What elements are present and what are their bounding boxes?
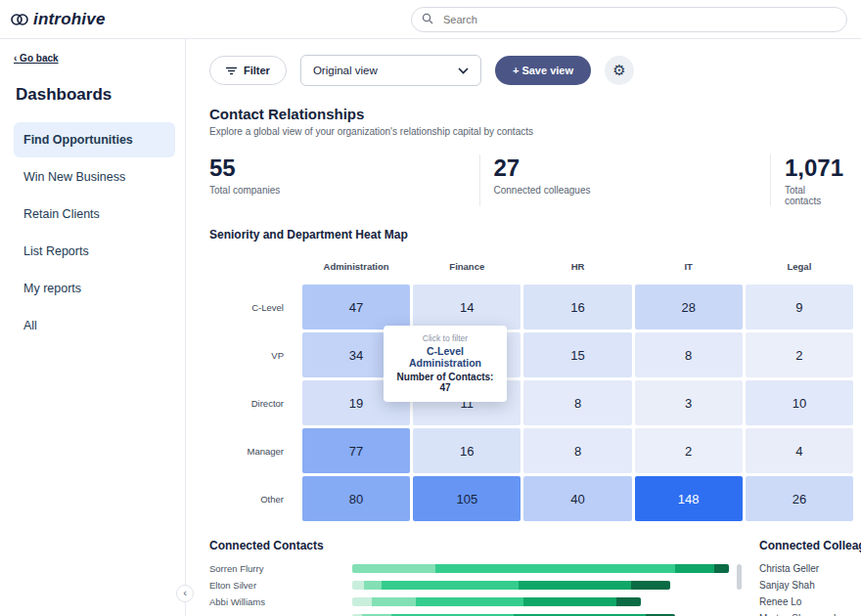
heatmap-cell-other-administration[interactable]: 80 (302, 476, 410, 521)
bar-segment (352, 564, 435, 573)
sidebar-item-win-new-business[interactable]: Win New Business (14, 159, 175, 195)
heatmap-cell-director-hr[interactable]: 8 (523, 380, 631, 425)
tooltip-hint: Click to filter (391, 333, 499, 343)
contact-name[interactable]: Abbi Williams (209, 596, 352, 607)
heatmap-row-label-manager: Manager (209, 428, 299, 473)
colleague-name-renee-lo[interactable]: Renee Lo (759, 594, 853, 610)
bar-segment (435, 564, 675, 573)
heatmap-column-it: IT (635, 253, 743, 282)
contact-row-sorren-flurry: Sorren Flurry (209, 560, 746, 577)
heatmap-cell-manager-finance[interactable]: 16 (413, 428, 521, 473)
bottom-section: Connected Contacts Sorren FlurryElton Si… (209, 539, 853, 616)
sidebar-item-my-reports[interactable]: My reports (14, 271, 175, 306)
connected-contacts-list: Sorren FlurryElton SilverAbbi WilliamsAm… (209, 560, 746, 616)
sidebar-item-find-opportunities[interactable]: Find Opportunities (14, 122, 175, 157)
heatmap-cell-manager-legal[interactable]: 4 (746, 428, 853, 473)
connected-colleagues-panel: Connected Colleagues Christa GellerSanja… (759, 539, 853, 616)
connected-contacts-panel: Connected Contacts Sorren FlurryElton Si… (209, 539, 746, 616)
bar-segment (372, 597, 416, 606)
stat-total-companies: 55 Total companies (209, 154, 479, 206)
contact-bar[interactable] (352, 564, 729, 573)
heatmap-cell-director-legal[interactable]: 10 (746, 380, 853, 425)
heatmap-cell-vp-it[interactable]: 8 (635, 332, 743, 377)
stat-label: Total companies (209, 185, 470, 196)
heatmap-cell-c-level-administration[interactable]: 47 (302, 285, 410, 330)
bar-segment (523, 597, 616, 606)
tooltip-department: Administration (391, 357, 499, 369)
heatmap-grid: AdministrationFinanceHRITLegalC-Level471… (209, 253, 853, 521)
heatmap-cell-c-level-it[interactable]: 28 (635, 285, 743, 330)
heatmap-corner (209, 253, 299, 282)
contact-row-elton-silver: Elton Silver (209, 577, 746, 594)
colleague-name-christa-geller[interactable]: Christa Geller (759, 560, 853, 577)
heatmap-row-label-other: Other (209, 476, 299, 521)
heatmap-cell-other-legal[interactable]: 26 (746, 476, 853, 521)
tooltip-seniority: C-Level (391, 345, 499, 357)
heatmap-cell-vp-legal[interactable]: 2 (746, 332, 853, 377)
bar-segment (631, 581, 670, 590)
sidebar-collapse-button[interactable]: ‹ (176, 585, 194, 602)
colleague-name-sanjay-shah[interactable]: Sanjay Shah (759, 577, 853, 594)
contact-name[interactable]: Sorren Flurry (209, 563, 352, 574)
heatmap: AdministrationFinanceHRITLegalC-Level471… (209, 253, 853, 521)
heatmap-column-finance: Finance (413, 253, 521, 282)
sidebar-item-list-reports[interactable]: List Reports (14, 234, 175, 269)
stat-label: Connected colleagues (494, 185, 760, 196)
heatmap-cell-other-hr[interactable]: 40 (523, 476, 631, 521)
heatmap-cell-other-it[interactable]: 148 (635, 476, 743, 521)
contact-row-abbi-williams: Abbi Williams (209, 594, 746, 610)
bar-segment (675, 564, 714, 573)
bar-segment (519, 581, 631, 590)
contact-bar[interactable] (352, 597, 641, 606)
stat-label: Total contacts (785, 185, 843, 206)
heatmap-cell-c-level-legal[interactable]: 9 (746, 285, 853, 330)
heatmap-title: Seniority and Department Heat Map (209, 228, 853, 242)
contact-bar[interactable] (352, 581, 670, 590)
heatmap-tooltip: Click to filter C-Level Administration N… (384, 326, 507, 402)
heatmap-row-label-director: Director (209, 380, 299, 425)
heatmap-cell-manager-hr[interactable]: 8 (523, 428, 631, 473)
main-content: Filter Original view + Save view ⚙ Conta… (186, 39, 861, 616)
bar-segment (382, 581, 519, 590)
stats-row: 55 Total companies 27 Connected colleagu… (209, 154, 853, 206)
stat-value: 1,071 (785, 154, 843, 182)
filter-button-label: Filter (244, 65, 270, 76)
search-input[interactable] (411, 7, 847, 32)
sidebar: ‹ Go back Dashboards Find OpportunitiesW… (0, 39, 186, 616)
connected-colleagues-title: Connected Colleagues (759, 539, 853, 552)
sidebar-nav: Find OpportunitiesWin New BusinessRetain… (14, 122, 175, 343)
page-subtitle: Explore a global view of your organizati… (209, 126, 853, 137)
sidebar-title: Dashboards (16, 85, 175, 105)
heatmap-cell-director-it[interactable]: 3 (635, 380, 743, 425)
sidebar-item-all[interactable]: All (14, 308, 175, 343)
logo-text: introhive (33, 10, 106, 29)
bar-segment (364, 581, 382, 590)
filter-button[interactable]: Filter (209, 56, 287, 85)
chevron-down-icon (458, 67, 469, 74)
page-title: Contact Relationships (209, 106, 853, 122)
hive-logo-icon (10, 10, 29, 29)
settings-gear-button[interactable]: ⚙ (605, 56, 634, 85)
go-back-link[interactable]: ‹ Go back (14, 53, 175, 64)
connected-contacts-title: Connected Contacts (209, 539, 746, 552)
heatmap-cell-manager-it[interactable]: 2 (635, 428, 743, 473)
view-select-value: Original view (313, 65, 378, 76)
contact-name[interactable]: Elton Silver (209, 580, 352, 591)
sidebar-item-retain-clients[interactable]: Retain Clients (14, 197, 175, 232)
heatmap-cell-manager-administration[interactable]: 77 (302, 428, 410, 473)
stat-total-contacts: 1,071 Total contacts (770, 154, 853, 206)
heatmap-cell-c-level-finance[interactable]: 14 (413, 285, 521, 330)
stat-connected-colleagues: 27 Connected colleagues (479, 154, 770, 206)
heatmap-cell-other-finance[interactable]: 105 (413, 476, 521, 521)
bar-segment (616, 597, 641, 606)
stat-value: 55 (209, 154, 470, 182)
colleague-name-martyn-sherwood[interactable]: Martyn Sherwood (759, 610, 853, 616)
scrollbar-thumb[interactable] (737, 564, 742, 590)
heatmap-cell-c-level-hr[interactable]: 16 (523, 285, 631, 330)
save-view-button[interactable]: + Save view (495, 56, 591, 85)
heatmap-cell-vp-hr[interactable]: 15 (523, 332, 631, 377)
heatmap-column-hr: HR (523, 253, 631, 282)
bar-segment (352, 597, 372, 606)
view-select-dropdown[interactable]: Original view (300, 55, 481, 86)
bar-segment (714, 564, 729, 573)
